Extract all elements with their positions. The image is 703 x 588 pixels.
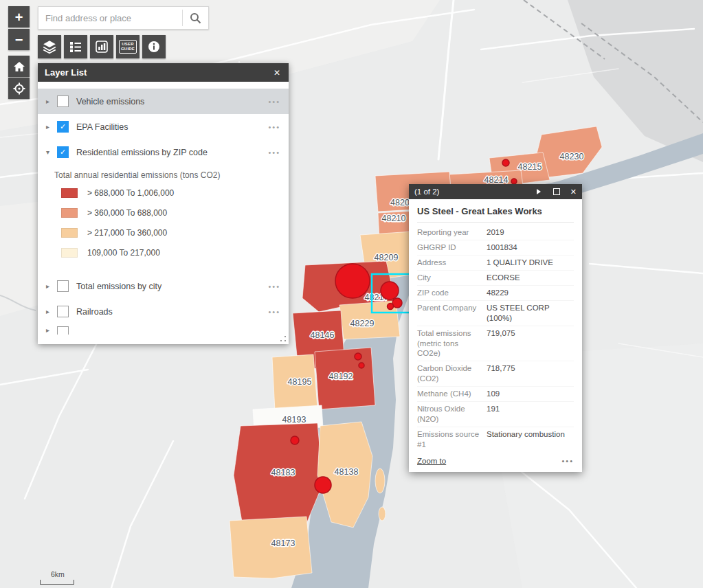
- facility-marker-selected: [381, 282, 399, 299]
- layer-row-railroads[interactable]: Railroads: [38, 299, 289, 324]
- layer-label: Residential emissions by ZIP code: [76, 148, 208, 157]
- field-row: Reporting year2019: [417, 225, 574, 240]
- zip-polygon-48183: [234, 423, 323, 532]
- facility-marker: [355, 353, 361, 360]
- layer-list-body: Vehicle emissions EPA Facilities Residen…: [38, 82, 289, 344]
- ellipsis-menu-icon[interactable]: [268, 282, 280, 291]
- zoom-out-button[interactable]: [8, 29, 30, 50]
- layer-checkbox[interactable]: [57, 326, 69, 335]
- ellipsis-menu-icon[interactable]: [561, 457, 574, 465]
- close-icon[interactable]: [272, 68, 282, 78]
- widget-toolbar: USER GUIDE: [38, 35, 166, 58]
- layer-label: EPA Facilities: [76, 122, 129, 132]
- user-guide-widget-button[interactable]: USER GUIDE: [116, 35, 140, 58]
- layer-row-vehicle-emissions[interactable]: Vehicle emissions: [38, 89, 289, 114]
- ellipsis-menu-icon[interactable]: [268, 308, 280, 316]
- residential-emissions-legend: Total annual residential emissions (tons…: [38, 165, 289, 273]
- chart-widget-button[interactable]: [90, 35, 113, 58]
- legend-swatch: [61, 248, 78, 258]
- zip-label: 48192: [329, 372, 353, 381]
- island-small-1: [375, 468, 385, 493]
- facility-marker: [335, 264, 370, 298]
- legend-list-icon: [69, 40, 82, 54]
- minus-icon: [15, 33, 23, 47]
- zoom-to-link[interactable]: Zoom to: [417, 457, 446, 465]
- scale-label: 6km: [51, 570, 74, 578]
- address-search: [38, 6, 209, 30]
- layer-list-panel: Layer List Vehicle emissions EPA Facilit…: [38, 63, 289, 344]
- chevron-right-icon[interactable]: [46, 282, 57, 290]
- field-row: Total emissions (metric tons CO2e)719,07…: [417, 326, 574, 362]
- scale-line: [40, 580, 74, 585]
- zip-label: 48193: [282, 415, 306, 425]
- search-button[interactable]: [183, 7, 208, 29]
- layer-row-total-emissions-by-city[interactable]: Total emissions by city: [38, 273, 289, 299]
- popup-header[interactable]: (1 of 2): [409, 184, 582, 199]
- zip-label: 48183: [271, 468, 295, 477]
- layer-list-title: Layer List: [45, 67, 87, 78]
- facility-marker: [388, 304, 394, 310]
- layer-row-epa-facilities[interactable]: EPA Facilities: [38, 114, 289, 139]
- next-feature-icon[interactable]: [537, 189, 541, 194]
- chevron-right-icon[interactable]: [46, 98, 57, 105]
- layer-list-header[interactable]: Layer List: [38, 63, 289, 82]
- layer-checkbox[interactable]: [57, 95, 69, 107]
- layer-row-partial[interactable]: [38, 324, 289, 335]
- field-row: CityECORSE: [417, 271, 574, 286]
- facility-marker: [359, 363, 364, 368]
- zip-label: 48214: [484, 175, 509, 185]
- legend-swatch: [61, 208, 78, 218]
- zip-label: 48229: [350, 319, 375, 328]
- panel-resize-handle[interactable]: [278, 334, 287, 342]
- chevron-down-icon[interactable]: [46, 148, 57, 156]
- zip-label: 48195: [288, 377, 312, 387]
- legend-swatch: [61, 228, 78, 238]
- field-row: Parent CompanyUS STEEL CORP (100%): [417, 301, 574, 326]
- layer-checkbox[interactable]: [57, 146, 69, 158]
- popup-fields: Reporting year2019 GHGRP ID1001834 Addre…: [417, 223, 574, 452]
- layer-checkbox[interactable]: [57, 306, 69, 317]
- facility-marker: [315, 477, 331, 493]
- info-widget-button[interactable]: [142, 35, 166, 58]
- search-input[interactable]: [38, 7, 182, 29]
- layer-row-residential-emissions[interactable]: Residential emissions by ZIP code: [38, 139, 289, 165]
- field-row: ZIP code48229: [417, 286, 574, 301]
- map-app: 48230 48215 48214 4820 48210 48209 48217…: [0, 0, 703, 588]
- legend-title: Total annual residential emissions (tons…: [54, 170, 282, 180]
- layer-label: Railroads: [76, 307, 113, 317]
- maximize-icon[interactable]: [553, 188, 560, 195]
- zoom-in-button[interactable]: [8, 6, 30, 27]
- legend-class-row: > 360,000 To 688,000: [54, 208, 282, 218]
- zip-label: 48215: [518, 162, 542, 172]
- zip-label: 48230: [560, 152, 584, 161]
- chevron-right-icon[interactable]: [46, 326, 57, 334]
- field-row: Methane (CH4)109: [417, 387, 574, 402]
- home-icon: [12, 60, 26, 74]
- popup-pager: (1 of 2): [414, 188, 439, 196]
- layer-checkbox[interactable]: [57, 121, 69, 133]
- ellipsis-menu-icon[interactable]: [268, 98, 280, 106]
- chart-icon: [95, 40, 109, 54]
- zip-label: 48146: [311, 330, 335, 340]
- zip-label: 48209: [375, 253, 399, 262]
- zip-label: 48138: [335, 467, 359, 477]
- legend-swatch: [61, 188, 78, 198]
- chevron-right-icon[interactable]: [46, 123, 57, 131]
- layer-checkbox[interactable]: [57, 280, 69, 292]
- legend-widget-button[interactable]: [64, 35, 87, 58]
- close-icon[interactable]: [570, 188, 577, 196]
- chevron-right-icon[interactable]: [46, 308, 57, 315]
- layers-icon: [42, 39, 57, 54]
- popup-footer: Zoom to: [417, 457, 574, 465]
- search-icon: [189, 12, 202, 25]
- layer-label: Total emissions by city: [76, 282, 161, 291]
- info-icon: [147, 40, 161, 54]
- ellipsis-menu-icon[interactable]: [268, 123, 280, 131]
- home-button[interactable]: [8, 56, 30, 77]
- layer-list-widget-button[interactable]: [38, 35, 61, 58]
- feature-popup: (1 of 2) US Steel - Great Lakes Works Re…: [409, 184, 582, 472]
- ellipsis-menu-icon[interactable]: [268, 148, 280, 157]
- locate-button[interactable]: [8, 78, 30, 99]
- plus-icon: [15, 10, 23, 24]
- zip-label: 48173: [271, 539, 295, 548]
